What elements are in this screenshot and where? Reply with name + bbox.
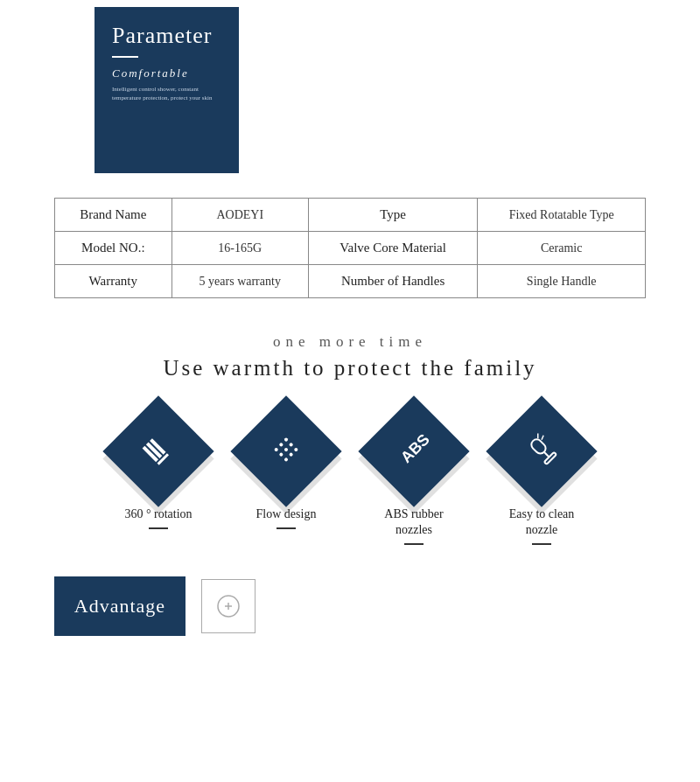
table-cell-value2: Ceramic [478,232,646,265]
icon-underline [532,543,551,545]
icon-label-abs: ABS rubber nozzles [366,506,462,538]
svg-point-8 [284,447,289,452]
icons-row: 360 ° rotation Flow design [0,412,700,545]
rotation-icon [139,430,178,472]
header-description: Intelligent control shower, constant tem… [112,86,221,103]
icon-label-flow: Flow design [256,506,317,522]
icon-underline [149,527,168,529]
svg-line-17 [536,434,541,439]
diamond-icon-flow [230,395,341,506]
table-cell-label2: Number of Handles [308,265,478,298]
table-cell-value: 5 years warranty [172,265,308,298]
feature-icon-item: Easy to clean nozzle [494,412,590,545]
svg-point-5 [279,443,284,448]
svg-point-6 [284,437,289,443]
svg-point-7 [279,452,284,457]
diamond-icon-abs: ABS [358,395,469,506]
svg-point-4 [274,447,279,452]
table-cell-label2: Valve Core Material [308,232,478,265]
table-cell-label2: Type [308,199,478,232]
svg-line-15 [544,452,550,457]
feature-section: one more time Use warmth to protect the … [0,333,700,545]
header-divider [112,56,138,58]
feature-icon-item: Flow design [238,412,334,545]
specs-table: Brand Name AODEYI Type Fixed Rotatable T… [54,198,646,298]
advantage-title: Advantage [74,595,165,618]
advantage-section: Advantage [54,576,700,636]
feature-icon-item: ABS ABS rubber nozzles [366,412,462,545]
table-cell-value: AODEYI [172,199,308,232]
abs-icon: ABS [395,430,433,472]
thumb-icon [216,594,241,618]
table-cell-label: Model NO.: [55,232,172,265]
table-cell-label: Warranty [55,265,172,298]
table-cell-label: Brand Name [55,199,172,232]
clean-icon [522,430,561,472]
advantage-card: Advantage [54,576,186,636]
feature-tagline: one more time [0,333,700,351]
feature-headline: Use warmth to protect the family [0,356,700,381]
table-section: Brand Name AODEYI Type Fixed Rotatable T… [54,198,646,298]
icon-label-rotation: 360 ° rotation [124,506,192,522]
header-card: Parameter Comfortable Intelligent contro… [94,7,239,173]
icon-underline [404,543,424,545]
advantage-thumb [201,579,256,633]
table-cell-value: 16-165G [172,232,308,265]
svg-point-9 [289,443,294,448]
svg-line-18 [541,436,545,440]
header-title: Parameter [112,23,221,49]
flow-icon [267,430,305,472]
svg-point-10 [284,457,289,462]
table-row: Brand Name AODEYI Type Fixed Rotatable T… [55,199,646,232]
table-row: Warranty 5 years warranty Number of Hand… [55,265,646,298]
table-cell-value2: Single Handle [478,265,646,298]
diamond-icon-rotation [102,395,214,506]
diamond-icon-clean [486,395,597,506]
table-cell-value2: Fixed Rotatable Type [478,199,646,232]
icon-underline [276,527,296,529]
icon-label-clean: Easy to clean nozzle [494,506,590,538]
svg-text:ABS: ABS [397,430,433,466]
header-subtitle: Comfortable [112,66,221,80]
table-row: Model NO.: 16-165G Valve Core Material C… [55,232,646,265]
feature-icon-item: 360 ° rotation [110,412,206,545]
svg-point-11 [289,452,294,457]
svg-point-12 [293,447,298,452]
